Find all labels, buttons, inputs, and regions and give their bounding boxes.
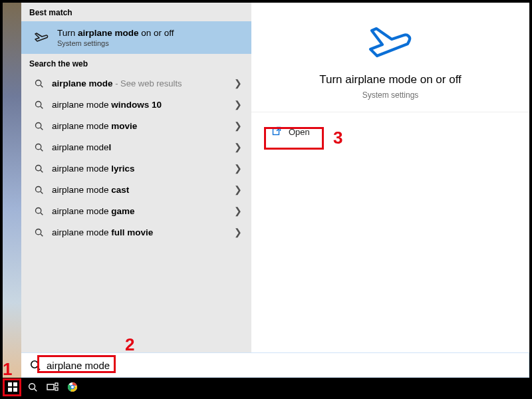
svg-line-11	[41, 192, 43, 194]
taskbar-chrome-button[interactable]	[63, 378, 82, 396]
chevron-right-icon: ❯	[233, 227, 243, 237]
web-result-label: airplane mode movie	[52, 121, 233, 131]
web-result-item[interactable]: airplane mode movie❯	[21, 115, 251, 136]
search-bar[interactable]	[21, 352, 529, 378]
best-match-title-suffix: on or off	[139, 28, 174, 38]
svg-rect-21	[8, 388, 12, 392]
svg-rect-25	[47, 384, 54, 390]
task-view-button[interactable]	[43, 378, 63, 396]
best-match-title-prefix: Turn	[57, 28, 78, 38]
web-result-label: airplane mode lyrics	[52, 164, 233, 174]
chevron-right-icon: ❯	[233, 205, 243, 216]
web-result-prefix: airplane mode	[52, 206, 111, 216]
chevron-right-icon: ❯	[233, 184, 243, 195]
web-result-bold: game	[111, 206, 134, 216]
web-result-bold: full movie	[111, 227, 153, 237]
web-result-item[interactable]: airplane model❯	[21, 136, 251, 158]
start-search-panel: Best match Turn airplane mode on or off …	[21, 3, 529, 378]
open-label: Open	[289, 127, 310, 137]
svg-point-10	[35, 186, 41, 192]
best-match-result[interactable]: Turn airplane mode on or off System sett…	[21, 21, 251, 54]
svg-line-18	[37, 367, 40, 370]
web-result-prefix: airplane mode	[52, 227, 111, 237]
svg-line-15	[41, 234, 43, 236]
result-detail-column: Turn airplane mode on or off System sett…	[251, 3, 529, 352]
chevron-right-icon: ❯	[233, 163, 243, 174]
web-result-bold: movie	[111, 121, 137, 131]
result-detail-header: Turn airplane mode on or off System sett…	[251, 3, 529, 112]
svg-line-9	[41, 170, 43, 172]
svg-point-2	[35, 101, 41, 106]
svg-point-30	[71, 386, 74, 388]
svg-line-24	[35, 389, 37, 392]
svg-point-4	[35, 122, 41, 128]
search-icon	[32, 206, 45, 216]
search-icon	[32, 100, 45, 110]
web-result-item[interactable]: airplane mode lyrics❯	[21, 158, 251, 179]
web-results-list: airplane mode - See web results❯airplane…	[21, 72, 251, 243]
svg-point-6	[35, 144, 41, 149]
web-result-bold: l	[109, 142, 112, 152]
web-result-prefix: airplane mode	[52, 185, 111, 195]
search-input[interactable]	[43, 357, 525, 374]
svg-point-23	[29, 384, 35, 390]
svg-point-17	[31, 361, 38, 368]
search-icon	[32, 142, 45, 152]
svg-rect-27	[55, 388, 58, 390]
web-result-item[interactable]: airplane mode windows 10❯	[21, 94, 251, 115]
svg-line-13	[41, 213, 43, 215]
svg-rect-19	[8, 382, 12, 386]
web-result-prefix: airplane mode	[52, 121, 111, 131]
web-result-item[interactable]: airplane mode - See web results❯	[21, 72, 251, 94]
search-results-column: Best match Turn airplane mode on or off …	[21, 3, 251, 352]
best-match-heading: Best match	[21, 3, 251, 21]
web-result-bold: lyrics	[111, 164, 134, 174]
taskbar	[3, 378, 529, 396]
chevron-right-icon: ❯	[233, 120, 243, 131]
svg-line-5	[41, 128, 43, 130]
web-result-hint: - See web results	[113, 78, 182, 88]
airplane-icon	[32, 30, 51, 46]
svg-rect-26	[55, 383, 58, 386]
web-result-prefix: airplane mode	[52, 100, 111, 110]
svg-rect-22	[13, 388, 17, 392]
desktop-wallpaper-strip	[3, 3, 21, 378]
taskbar-search-button[interactable]	[23, 378, 43, 396]
best-match-title-bold: airplane mode	[78, 28, 139, 38]
svg-rect-20	[13, 382, 17, 386]
result-detail-actions: Open	[251, 112, 529, 144]
web-result-item[interactable]: airplane mode game❯	[21, 200, 251, 221]
result-detail-subtitle: System settings	[265, 90, 516, 100]
web-result-bold: windows 10	[111, 100, 162, 110]
web-result-item[interactable]: airplane mode cast❯	[21, 179, 251, 200]
search-icon	[32, 185, 45, 195]
svg-point-8	[35, 165, 41, 170]
web-result-bold: cast	[111, 185, 129, 195]
web-result-bold: airplane mode	[52, 78, 113, 88]
web-result-label: airplane mode - See web results	[52, 78, 233, 88]
web-result-label: airplane mode cast	[52, 185, 233, 195]
start-button[interactable]	[3, 378, 23, 396]
chevron-right-icon: ❯	[233, 99, 243, 110]
search-icon	[28, 359, 43, 371]
web-result-item[interactable]: airplane mode full movie❯	[21, 221, 251, 243]
web-result-label: airplane mode game	[52, 206, 233, 216]
web-result-label: airplane model	[52, 142, 233, 152]
search-icon	[32, 78, 45, 88]
svg-line-3	[41, 106, 43, 108]
svg-point-12	[35, 207, 41, 213]
best-match-title: Turn airplane mode on or off	[57, 28, 174, 38]
chevron-right-icon: ❯	[233, 78, 243, 88]
screenshot-root: Best match Turn airplane mode on or off …	[0, 0, 532, 399]
search-icon	[32, 164, 45, 174]
web-result-prefix: airplane mode	[52, 142, 109, 152]
search-icon	[32, 121, 45, 131]
open-action[interactable]: Open	[263, 120, 318, 144]
best-match-subtitle: System settings	[57, 39, 174, 47]
web-result-label: airplane mode windows 10	[52, 100, 233, 110]
result-detail-title: Turn airplane mode on or off	[265, 73, 516, 86]
search-icon	[32, 227, 45, 237]
svg-line-7	[41, 149, 43, 151]
search-web-heading: Search the web	[21, 54, 251, 72]
svg-line-1	[41, 85, 43, 87]
